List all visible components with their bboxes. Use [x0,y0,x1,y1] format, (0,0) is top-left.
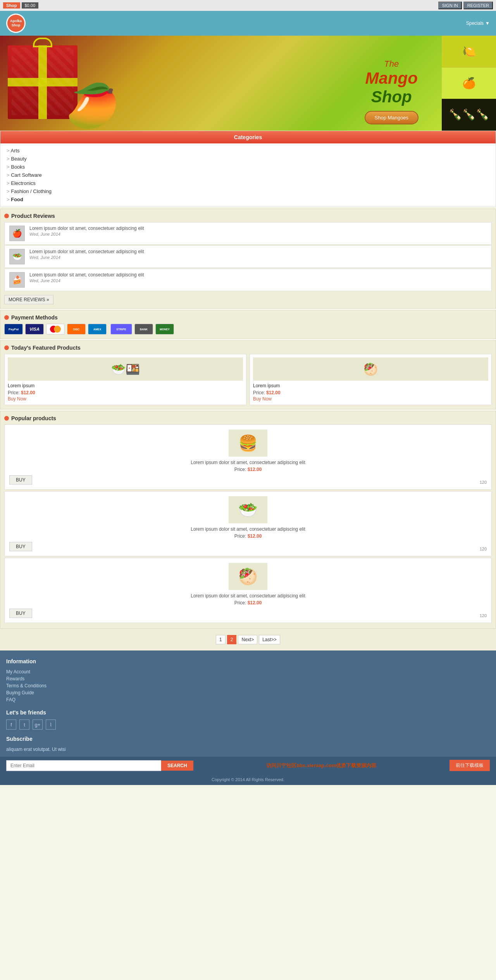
footer-my-account[interactable]: My Account [6,668,490,675]
popular-label: Popular products [11,415,56,421]
popular-buy-btn-2[interactable]: BUY [9,542,32,551]
popular-buy-btn-3[interactable]: BUY [9,609,32,618]
review-desc-2: Lorem ipsum dolor sit amet, consectetuer… [29,249,487,254]
popular-item-2: 🥗 Lorem ipsum dolor sit amet, consectetu… [4,491,492,556]
featured-img-2: 🥙 [253,357,488,381]
category-fashion[interactable]: Fashion / Clothing [7,187,489,195]
featured-price-1: Price: $12.00 [8,390,243,395]
next-page-button[interactable]: Next> [238,635,257,644]
footer-buying-guide[interactable]: Buying Guide [6,689,490,696]
copyright: Copyright © 2014 All Rights Reserved. [212,777,284,782]
featured-products-section: Today's Featured Products 🥗🍱 Lorem ipsum… [0,340,496,409]
amex-icon: AMEX [88,324,107,335]
review-row-1: 🍎 Lorem ipsum dolor sit amet, consectetu… [4,222,492,245]
banner-title-the: The [365,59,418,69]
featured-item-2: 🥙 Lorem ipsum Price: $12.00 Buy Now [250,354,492,405]
footer-terms[interactable]: Terms & Conditions [6,682,490,689]
categories-section: Categories Arts Beauty Books Cart Softwa… [0,131,496,207]
popular-desc-1: Lorem ipsum dolor sit amet, consectetuer… [191,460,305,465]
category-books[interactable]: Books [7,163,489,171]
category-food[interactable]: Food [7,195,489,204]
money-order-icon: MONEY [155,324,174,335]
popular-desc-3: Lorem ipsum dolor sit amet, consectetuer… [191,593,305,599]
featured-name-1: Lorem ipsum [8,383,243,388]
footer-subscribe: Subscribe aliquam erat volutpat. Ut wisi [6,736,490,752]
category-list: Arts Beauty Books Cart Software Electron… [0,143,496,207]
sign-in-button[interactable]: SIGN IN [438,2,462,9]
review-img-1: 🍎 [9,226,25,241]
featured-grid: 🥗🍱 Lorem ipsum Price: $12.00 Buy Now 🥙 L… [4,354,492,405]
page-2-button[interactable]: 2 [227,635,237,644]
category-electronics[interactable]: Electronics [7,179,489,187]
review-date-2: Wed, June 2014 [29,255,487,260]
logo[interactable]: Apolka Shop [6,14,26,33]
featured-dot [4,345,9,350]
top-bar-right: SIGN IN REGISTER [438,2,493,9]
page-1-button[interactable]: 1 [216,635,226,644]
watermark-text: 访问川宁社区bbs.xieniap.com优质下载资源内容 [266,763,376,768]
banner-side-lemons: 🍋 [442,36,496,67]
popular-img-2: 🥗 [229,496,267,523]
featured-buy-1[interactable]: Buy Now [8,396,243,402]
last-page-button[interactable]: Last>> [259,635,280,644]
popular-price-val-2: $12.00 [248,533,262,539]
category-arts[interactable]: Arts [7,147,489,155]
review-desc-1: Lorem ipsum dolor sit amet, consectetuer… [29,226,487,231]
popular-price-row-3: Price: $12.00 [234,600,262,606]
banner-side-orange: 🍊 [442,67,496,99]
googleplus-icon[interactable]: g+ [33,719,43,730]
rss-icon[interactable]: ⌇ [46,719,56,730]
review-desc-3: Lorem ipsum dolor sit amet, consectetuer… [29,272,487,278]
chevron-down-icon: ▼ [485,21,490,26]
popular-products-title: Popular products [4,415,492,421]
review-text-1: Lorem ipsum dolor sit amet, consectetuer… [29,226,487,236]
featured-buy-2[interactable]: Buy Now [253,396,488,402]
popular-buy-btn-1[interactable]: BUY [9,475,32,485]
category-beauty[interactable]: Beauty [7,155,489,163]
shop-label: Shop [3,2,20,9]
featured-item-1: 🥗🍱 Lorem ipsum Price: $12.00 Buy Now [4,354,246,405]
reviews-label: Product Reviews [11,213,55,219]
paypal-icon: PayPal [4,324,23,335]
footer-rewards[interactable]: Rewards [6,675,490,682]
payment-methods-title: Payment Methods [4,314,492,321]
categories-header: Categories [0,131,496,143]
popular-img-1: 🍔 [229,430,267,457]
cart-price: $0.00 [22,2,39,9]
specials-button[interactable]: Specials ▼ [466,21,490,26]
review-img-2: 🥗 [9,249,25,264]
banner-shop-button[interactable]: Shop Mangoes [365,111,418,124]
featured-price-val-1: $12.00 [21,390,35,395]
footer-faq[interactable]: FAQ [6,696,490,703]
popular-item-3: 🥙 Lorem ipsum dolor sit amet, consectetu… [4,558,492,623]
template-button[interactable]: 前往下载模板 [450,760,490,771]
popular-price-val-3: $12.00 [248,600,262,606]
footer-info-title: Information [6,658,490,664]
more-reviews-button[interactable]: MORE REVIEWS » [4,295,53,304]
payment-icons: PayPal VISA DISC AMEX STRIPE BANK MONEY [4,324,492,335]
banner-title-shop: Shop [365,88,418,106]
footer-friends: Let's be friends f t g+ ⌇ [6,709,490,730]
popular-price-val-1: $12.00 [248,467,262,472]
header: Apolka Shop Specials ▼ [0,11,496,36]
register-button[interactable]: REGISTER [463,2,493,9]
popular-count-3: 120 [480,613,487,618]
subscribe-bar: SEARCH 访问川宁社区bbs.xieniap.com优质下载资源内容 前往下… [0,757,496,774]
banner-side-bottles: 🍾🍾🍾 [442,99,496,131]
search-button[interactable]: SEARCH [161,761,193,771]
email-input[interactable] [6,760,161,771]
review-row-2: 🥗 Lorem ipsum dolor sit amet, consectetu… [4,245,492,268]
product-reviews-section: Product Reviews 🍎 Lorem ipsum dolor sit … [0,209,496,309]
top-bar-left: Shop $0.00 [3,2,38,9]
review-text-2: Lorem ipsum dolor sit amet, consectetuer… [29,249,487,260]
banner-text: The Mango Shop Shop Mangoes [365,59,418,124]
footer-info: Information My Account Rewards Terms & C… [6,658,490,703]
featured-products-title: Today's Featured Products [4,345,492,351]
popular-price-row-1: Price: $12.00 [234,467,262,472]
popular-dot [4,416,9,421]
twitter-icon[interactable]: t [19,719,29,730]
footer-friends-title: Let's be friends [6,709,490,716]
popular-count-1: 120 [480,480,487,485]
category-cart-software[interactable]: Cart Software [7,171,489,179]
facebook-icon[interactable]: f [6,719,16,730]
